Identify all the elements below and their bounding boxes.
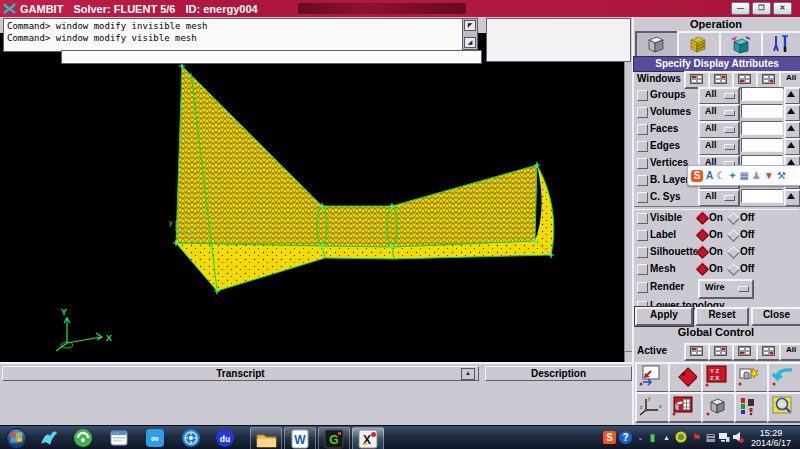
command-input[interactable]	[61, 50, 482, 64]
render-mode-button[interactable]	[701, 392, 736, 423]
tray-network-icon[interactable]	[718, 431, 731, 444]
label-row: Label On Off	[632, 227, 800, 242]
groups-dropdown[interactable]: All	[698, 87, 740, 105]
night-mode-icon[interactable]: ☾	[716, 170, 725, 182]
edges-checkbox[interactable]	[637, 141, 648, 152]
faces-input[interactable]	[741, 121, 783, 135]
taskbar-clock[interactable]: 15:29 2014/6/17	[745, 428, 797, 448]
orient-axes-button[interactable]: Y Z Z X	[701, 362, 736, 393]
transcript-scrollbar[interactable]: ◤ ◢	[462, 18, 478, 50]
graphics-probe-button[interactable]	[734, 362, 769, 393]
gambit-button[interactable]: G	[318, 427, 350, 449]
faces-checkbox[interactable]	[637, 124, 648, 135]
sogou-cloud-icon[interactable]: ∞	[144, 427, 166, 449]
transcript-log[interactable]: Command> window modify invisible mesh Co…	[3, 18, 469, 52]
description-header: Description	[485, 366, 632, 381]
reset-button[interactable]: Reset	[695, 307, 749, 326]
visible-off-radio[interactable]	[727, 212, 740, 225]
groups-input[interactable]	[741, 87, 783, 101]
word-button[interactable]: W	[284, 427, 316, 449]
mesh-checkbox[interactable]	[637, 264, 648, 275]
tray-action-center-icon[interactable]: ⚑	[690, 431, 703, 444]
active-quad-2-button[interactable]	[708, 343, 734, 361]
groups-checkbox[interactable]	[637, 90, 648, 101]
tray-clipboard-icon[interactable]: ▤	[704, 431, 717, 444]
explorer-folder-button[interactable]	[250, 427, 282, 449]
label-off-radio[interactable]	[727, 229, 740, 242]
edges-input[interactable]	[741, 138, 783, 152]
active-all-button[interactable]: All	[779, 343, 800, 361]
virtual-keyboard-icon[interactable]: ▦	[740, 170, 749, 182]
tray-show-hidden-icon[interactable]: ▴	[660, 431, 673, 444]
skin-icon[interactable]: ▼	[764, 170, 774, 182]
active-quad-3-button[interactable]	[732, 343, 758, 361]
browser-window-icon[interactable]	[108, 427, 130, 449]
tray-volume-icon[interactable]	[732, 431, 745, 444]
mesh-off-radio[interactable]	[727, 263, 740, 276]
tray-sogou-icon[interactable]: S	[603, 431, 616, 444]
label-on-radio[interactable]	[696, 229, 709, 242]
silhouette-off-radio[interactable]	[727, 246, 740, 259]
edges-pick-button[interactable]	[784, 138, 800, 156]
render-dropdown[interactable]: Wire	[698, 279, 754, 299]
faces-pick-button[interactable]	[784, 121, 800, 139]
exceed-button[interactable]: X	[352, 427, 384, 449]
graphics-viewport[interactable]: y x Y X	[0, 33, 624, 362]
operation-title: Operation	[632, 18, 800, 30]
maximize-button[interactable]: ❐	[752, 2, 771, 15]
close-button-dialog[interactable]: Close	[751, 307, 800, 326]
volumes-dropdown[interactable]: All	[698, 104, 740, 122]
silhouette-checkbox[interactable]	[637, 247, 648, 258]
scroll-down-icon[interactable]: ◢	[464, 37, 476, 48]
account-icon[interactable]: ♟	[752, 170, 761, 182]
close-button[interactable]: ✕	[773, 2, 792, 15]
label-checkbox[interactable]	[637, 230, 648, 241]
mesh-on-radio[interactable]	[696, 263, 709, 276]
active-row: Active All	[632, 343, 800, 358]
bird-app-icon[interactable]	[38, 427, 60, 449]
volumes-pick-button[interactable]	[784, 104, 800, 122]
svg-text:x: x	[659, 403, 662, 409]
axis-orientation-button[interactable]: yx z	[635, 392, 670, 423]
color-mode-button[interactable]	[734, 392, 769, 423]
csys-pick-button[interactable]	[784, 189, 800, 207]
sogou-logo-icon[interactable]: S	[691, 170, 703, 182]
edges-dropdown[interactable]: All	[698, 138, 740, 156]
blayers-checkbox[interactable]	[637, 175, 648, 186]
media-player-icon[interactable]	[180, 427, 202, 449]
tray-help-icon[interactable]: ?	[619, 431, 632, 444]
volumes-checkbox[interactable]	[637, 107, 648, 118]
minimize-button[interactable]: —	[731, 2, 750, 15]
csys-input[interactable]	[741, 189, 783, 203]
start-button[interactable]	[5, 427, 27, 449]
groups-pick-button[interactable]	[784, 87, 800, 105]
faces-row: Faces All	[632, 121, 800, 136]
faces-dropdown[interactable]: All	[698, 121, 740, 139]
tray-antivirus-icon[interactable]	[675, 431, 688, 444]
examine-mesh-button[interactable]	[767, 392, 800, 423]
undo-button[interactable]	[767, 362, 800, 393]
display-attributes-button[interactable]	[668, 392, 703, 423]
dialog-title: Specify Display Attributes	[633, 56, 800, 72]
baidu-cloud-icon[interactable]: du	[214, 427, 236, 449]
green-browser-icon[interactable]	[72, 427, 94, 449]
visible-on-radio[interactable]	[696, 212, 709, 225]
apply-button[interactable]: Apply	[635, 307, 693, 326]
transcript-expand-button[interactable]: ▲	[461, 368, 475, 380]
volumes-input[interactable]	[741, 104, 783, 118]
render-checkbox[interactable]	[637, 282, 648, 293]
effects-icon[interactable]: ✦	[728, 170, 736, 182]
visibility-diamond-button[interactable]	[668, 362, 703, 393]
csys-dropdown[interactable]: All	[698, 189, 740, 207]
active-quad-1-button[interactable]	[684, 343, 710, 361]
font-mode-icon[interactable]: A	[706, 170, 713, 182]
vertices-checkbox[interactable]	[637, 158, 648, 169]
fit-to-window-button[interactable]	[635, 362, 670, 393]
csys-checkbox[interactable]	[637, 192, 648, 203]
toolbox-wrench-icon[interactable]: ⚒	[777, 170, 786, 182]
visible-checkbox[interactable]	[637, 213, 648, 224]
scroll-up-icon[interactable]: ◤	[464, 20, 476, 31]
sogou-input-toolbar[interactable]: S A ☾ ✦ ▦ ♟ ▼ ⚒	[687, 165, 800, 186]
volumes-row: Volumes All	[632, 104, 800, 119]
tray-battery-icon[interactable]: ▮	[646, 431, 659, 444]
